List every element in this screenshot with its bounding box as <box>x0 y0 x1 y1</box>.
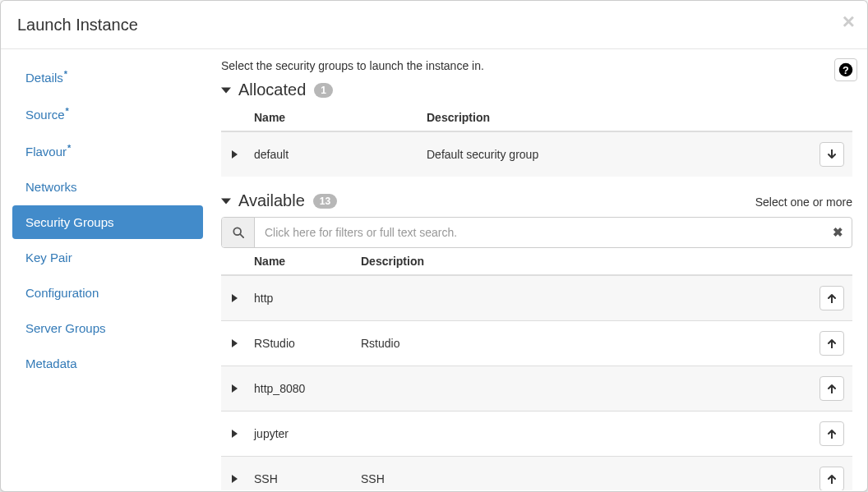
allocate-button[interactable] <box>820 421 844 446</box>
allocated-toggle[interactable]: Allocated 1 <box>221 80 333 99</box>
cell-name: jupyter <box>247 412 354 457</box>
chevron-right-icon[interactable] <box>232 472 238 485</box>
allocated-header: Allocated 1 <box>221 80 852 99</box>
col-description: Description <box>354 248 811 275</box>
modal-header: Launch Instance × <box>1 1 867 49</box>
available-hint: Select one or more <box>755 195 852 209</box>
search-icon <box>233 227 244 238</box>
chevron-right-icon[interactable] <box>232 427 238 440</box>
cell-description: Default security group <box>420 131 811 177</box>
available-toggle[interactable]: Available 13 <box>221 191 337 210</box>
nav-metadata[interactable]: Metadata <box>12 347 203 380</box>
chevron-down-icon <box>221 191 233 210</box>
available-header: Available 13 Select one or more <box>221 191 852 210</box>
nav-label: Source <box>25 108 65 122</box>
cell-name: http_8080 <box>247 366 354 412</box>
col-name: Name <box>247 248 354 275</box>
help-button[interactable]: ? <box>834 58 857 81</box>
col-description: Description <box>420 104 811 131</box>
allocated-count-badge: 1 <box>314 83 333 98</box>
cell-name: RStudio <box>247 321 354 366</box>
col-name: Name <box>247 104 420 131</box>
nav-label: Metadata <box>25 356 77 370</box>
arrow-up-icon <box>827 429 837 439</box>
cell-name: SSH <box>247 457 354 491</box>
cell-description <box>354 412 811 457</box>
search-icon-addon <box>222 218 255 247</box>
wizard-sidebar: Details* Source* Flavour* Networks Secur… <box>1 49 215 490</box>
cell-name: http <box>247 275 354 321</box>
required-asterisk: * <box>67 143 71 153</box>
nav-label: Flavour <box>25 145 67 159</box>
nav-label: Configuration <box>25 286 99 300</box>
cell-description <box>354 366 811 412</box>
allocated-table: Name Description default Default securit… <box>221 104 852 177</box>
allocate-button[interactable] <box>820 331 844 356</box>
arrow-up-icon <box>827 338 837 348</box>
instruction-text: Select the security groups to launch the… <box>221 59 852 72</box>
nav-label: Security Groups <box>25 215 114 229</box>
close-button[interactable]: × <box>843 11 855 32</box>
arrow-up-icon <box>827 384 837 393</box>
arrow-up-icon <box>827 474 837 484</box>
nav-source[interactable]: Source* <box>12 96 203 131</box>
chevron-down-icon <box>221 80 233 99</box>
chevron-right-icon[interactable] <box>232 292 238 305</box>
col-expand <box>221 248 247 275</box>
content-pane: Select the security groups to launch the… <box>215 49 867 490</box>
arrow-up-icon <box>827 293 837 303</box>
allocate-button[interactable] <box>820 376 844 401</box>
search-bar: ✖ <box>221 217 852 248</box>
cell-name: default <box>247 131 420 177</box>
table-row: jupyter <box>221 412 852 457</box>
svg-text:?: ? <box>843 64 849 76</box>
cell-description: Rstudio <box>354 321 811 366</box>
col-expand <box>221 104 247 131</box>
table-row: http_8080 <box>221 366 852 412</box>
required-asterisk: * <box>66 106 69 116</box>
nav-label: Server Groups <box>25 321 106 335</box>
allocate-button[interactable] <box>820 286 844 310</box>
nav-flavour[interactable]: Flavour* <box>12 133 203 168</box>
modal-body: Details* Source* Flavour* Networks Secur… <box>1 49 867 490</box>
table-row: RStudio Rstudio <box>221 321 852 366</box>
nav-label: Networks <box>25 180 77 194</box>
nav-details[interactable]: Details* <box>12 59 203 94</box>
nav-label: Details <box>25 71 63 85</box>
nav-server-groups[interactable]: Server Groups <box>12 311 203 345</box>
nav-configuration[interactable]: Configuration <box>12 276 203 310</box>
nav-security-groups[interactable]: Security Groups <box>12 205 203 239</box>
deallocate-button[interactable] <box>820 142 844 167</box>
table-row: default Default security group <box>221 131 852 177</box>
arrow-down-icon <box>827 149 837 159</box>
allocated-title: Allocated <box>238 80 306 99</box>
nav-label: Key Pair <box>25 251 72 264</box>
available-title: Available <box>238 191 305 210</box>
search-input[interactable] <box>255 218 824 247</box>
required-asterisk: * <box>64 69 67 79</box>
col-action <box>811 104 852 131</box>
launch-instance-modal: Launch Instance × ? Details* Source* Fla… <box>0 0 868 492</box>
svg-line-3 <box>240 234 243 237</box>
table-row: http <box>221 275 852 321</box>
chevron-right-icon[interactable] <box>232 148 238 161</box>
available-table: Name Description http <box>221 248 852 490</box>
available-count-badge: 13 <box>313 194 337 209</box>
table-row: SSH SSH <box>221 457 852 491</box>
question-circle-icon: ? <box>838 62 853 77</box>
allocate-button[interactable] <box>820 467 844 490</box>
nav-networks[interactable]: Networks <box>12 170 203 204</box>
cell-description: SSH <box>354 457 811 491</box>
chevron-right-icon[interactable] <box>232 382 238 395</box>
modal-title: Launch Instance <box>17 13 851 36</box>
search-clear-button[interactable]: ✖ <box>824 218 852 247</box>
cell-description <box>354 275 811 321</box>
col-action <box>811 248 852 275</box>
nav-key-pair[interactable]: Key Pair <box>12 241 203 274</box>
chevron-right-icon[interactable] <box>232 337 238 350</box>
